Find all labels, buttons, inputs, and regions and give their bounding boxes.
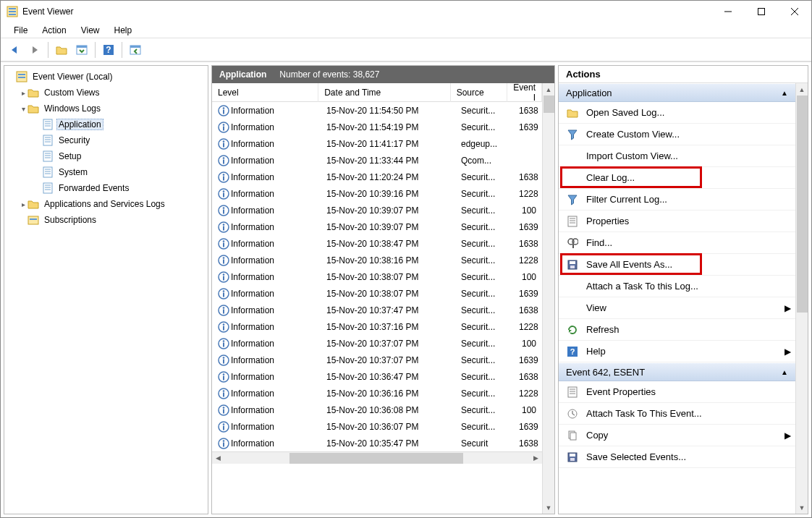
action-item[interactable]: Find...	[559, 232, 795, 254]
table-row[interactable]: Information15-Nov-20 10:38:47 PMSecurit.…	[212, 235, 542, 252]
col-eventid[interactable]: Event I	[507, 83, 542, 102]
tree-security[interactable]: Security	[4, 132, 208, 148]
table-row[interactable]: Information15-Nov-20 10:36:08 PMSecurit.…	[212, 402, 542, 418]
scroll-thumb[interactable]	[289, 453, 463, 464]
action-item[interactable]: Save Selected Events...	[559, 446, 795, 468]
table-row[interactable]: Information15-Nov-20 10:36:07 PMSecurit.…	[212, 418, 542, 435]
info-icon	[218, 271, 229, 283]
actions-scrollbar[interactable]: ▲ ▼	[795, 83, 808, 514]
horizontal-scrollbar[interactable]: ◀ ▶	[212, 451, 542, 464]
forward-button[interactable]	[25, 41, 44, 59]
col-datetime[interactable]: Date and Time	[318, 83, 450, 102]
table-row[interactable]: Information15-Nov-20 11:41:17 PMedgeup..…	[212, 135, 542, 152]
menubar: File Action View Help	[1, 22, 811, 38]
actions-section-header[interactable]: Event 642, ESENT▲	[559, 362, 795, 381]
collapse-icon[interactable]: ▲	[781, 89, 788, 97]
table-row[interactable]: Information15-Nov-20 11:54:50 PMSecurit.…	[212, 102, 542, 119]
table-row[interactable]: Information15-Nov-20 10:38:16 PMSecurit.…	[212, 252, 542, 268]
menu-action[interactable]: Action	[35, 24, 73, 37]
table-row[interactable]: Information15-Nov-20 10:37:07 PMSecurit.…	[212, 352, 542, 368]
toolbar-preview-icon[interactable]	[72, 41, 91, 59]
collapse-icon[interactable]: ▲	[781, 368, 788, 376]
action-item[interactable]: Event Properties	[559, 381, 795, 403]
folder-icon	[28, 103, 39, 114]
tree-label: Application	[56, 119, 103, 130]
action-item[interactable]: Attach a Task To this Log...	[559, 276, 795, 297]
action-item[interactable]: Refresh	[559, 319, 795, 341]
tree-setup[interactable]: Setup	[4, 148, 208, 164]
action-item[interactable]: Open Saved Log...	[559, 102, 795, 124]
col-level[interactable]: Level	[212, 83, 318, 102]
menu-file[interactable]: File	[7, 24, 35, 37]
table-row[interactable]: Information15-Nov-20 10:38:07 PMSecurit.…	[212, 268, 542, 285]
tree-custom-views[interactable]: ▸ Custom Views	[4, 85, 208, 101]
actions-section-header[interactable]: Application▲	[559, 83, 795, 102]
help-icon: ?	[566, 345, 579, 358]
menu-help[interactable]: Help	[107, 24, 140, 37]
tree-forwarded[interactable]: Forwarded Events	[4, 180, 208, 196]
scroll-down-icon[interactable]: ▼	[543, 501, 554, 514]
maximize-button[interactable]	[745, 1, 778, 22]
scroll-up-icon[interactable]: ▲	[796, 83, 808, 95]
svg-point-73	[223, 290, 225, 292]
back-button[interactable]	[5, 41, 24, 59]
table-row[interactable]: Information15-Nov-20 10:36:47 PMSecurit.…	[212, 368, 542, 385]
minimize-button[interactable]	[711, 1, 745, 22]
scroll-down-icon[interactable]: ▼	[796, 501, 808, 514]
action-item[interactable]: Save All Events As...	[559, 254, 795, 276]
action-item[interactable]: Clear Log...	[559, 167, 795, 189]
vertical-scrollbar[interactable]: ▲ ▼	[542, 83, 554, 514]
table-row[interactable]: Information15-Nov-20 11:20:24 PMSecurit.…	[212, 169, 542, 185]
table-row[interactable]: Information15-Nov-20 10:39:07 PMSecurit.…	[212, 218, 542, 235]
tree-application[interactable]: Application	[4, 116, 208, 132]
cell-datetime: 15-Nov-20 10:35:47 PM	[321, 438, 455, 449]
table-row[interactable]: Information15-Nov-20 10:36:16 PMSecurit.…	[212, 385, 542, 402]
event-table[interactable]: Level Date and Time Source Event I Infor…	[212, 83, 542, 514]
scroll-up-icon[interactable]: ▲	[543, 83, 554, 95]
action-item[interactable]: Copy▶	[559, 425, 795, 446]
action-item[interactable]: Create Custom View...	[559, 124, 795, 145]
action-item[interactable]: Attach Task To This Event...	[559, 403, 795, 425]
table-row[interactable]: Information15-Nov-20 10:37:47 PMSecurit.…	[212, 302, 542, 318]
tree-root[interactable]: Event Viewer (Local)	[4, 69, 208, 85]
expand-icon[interactable]: ▸	[19, 200, 28, 208]
collapse-icon[interactable]: ▾	[19, 105, 28, 113]
toolbar-help-icon[interactable]: ?	[99, 41, 118, 59]
table-row[interactable]: Information15-Nov-20 10:38:07 PMSecurit.…	[212, 285, 542, 302]
toolbar-export-icon[interactable]	[126, 41, 145, 59]
tree-subscriptions[interactable]: Subscriptions	[4, 212, 208, 228]
action-item[interactable]: ?Help▶	[559, 341, 795, 362]
action-item[interactable]: Import Custom View...	[559, 145, 795, 167]
toolbar: ?	[1, 38, 811, 61]
action-item[interactable]: Properties	[559, 211, 795, 232]
scroll-right-icon[interactable]: ▶	[530, 452, 542, 464]
cell-source: Securit...	[455, 355, 513, 365]
menu-view[interactable]: View	[74, 24, 107, 37]
table-row[interactable]: Information15-Nov-20 10:37:07 PMSecurit.…	[212, 335, 542, 352]
table-row[interactable]: Information15-Nov-20 10:37:16 PMSecurit.…	[212, 318, 542, 335]
cell-source: Securit...	[455, 205, 513, 216]
scroll-thumb[interactable]	[544, 95, 554, 113]
action-item[interactable]: Filter Current Log...	[559, 189, 795, 211]
cell-level: Information	[212, 321, 321, 333]
action-item[interactable]: View▶	[559, 297, 795, 319]
column-headers[interactable]: Level Date and Time Source Event I	[212, 83, 542, 102]
scroll-left-icon[interactable]: ◀	[212, 452, 224, 464]
toolbar-folder-icon[interactable]	[52, 41, 71, 59]
cell-level: Information	[212, 138, 321, 150]
table-row[interactable]: Information15-Nov-20 11:54:19 PMSecurit.…	[212, 119, 542, 135]
table-row[interactable]: Information15-Nov-20 10:39:16 PMSecurit.…	[212, 185, 542, 202]
table-row[interactable]: Information15-Nov-20 10:35:47 PMSecurit1…	[212, 435, 542, 451]
tree-windows-logs[interactable]: ▾ Windows Logs	[4, 101, 208, 116]
table-row[interactable]: Information15-Nov-20 11:33:44 PMQcom...	[212, 152, 542, 169]
svg-rect-50	[223, 159, 224, 164]
tree-pane[interactable]: Event Viewer (Local) ▸ Custom Views ▾ Wi…	[4, 65, 208, 514]
tree-apps-services[interactable]: ▸ Applications and Services Logs	[4, 196, 208, 212]
scroll-thumb[interactable]	[797, 95, 808, 313]
col-source[interactable]: Source	[451, 83, 508, 102]
svg-point-88	[223, 373, 225, 375]
close-button[interactable]	[778, 1, 811, 22]
table-row[interactable]: Information15-Nov-20 10:39:07 PMSecurit.…	[212, 202, 542, 218]
tree-system[interactable]: System	[4, 164, 208, 180]
expand-icon[interactable]: ▸	[19, 89, 28, 97]
